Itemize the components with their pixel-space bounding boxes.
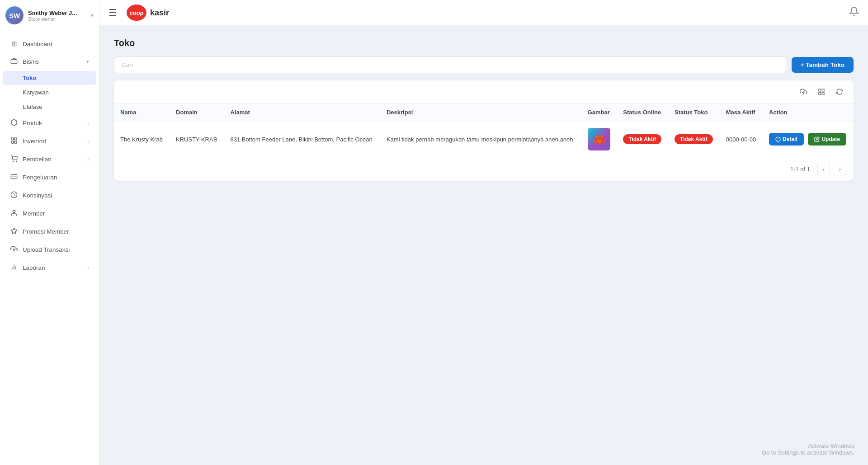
svg-point-10 [13, 210, 15, 212]
svg-rect-0 [11, 60, 17, 64]
table-header-row: Nama Domain Alamat Deskripsi Gambar Stat… [114, 103, 854, 122]
sidebar-item-upload-transaksi[interactable]: Upload Transaksi [3, 241, 96, 258]
svg-text:kasir: kasir [150, 8, 169, 17]
sidebar-item-label: Inventori [23, 138, 46, 145]
chevron-right-icon: › [87, 265, 89, 271]
inventori-icon [10, 137, 18, 146]
detail-button[interactable]: Detail [769, 133, 804, 146]
dashboard-icon: ⊞ [10, 40, 18, 48]
sidebar-item-label: Bisnis [23, 58, 39, 65]
page-title: Toko [114, 38, 854, 48]
search-input[interactable] [114, 56, 786, 73]
topbar: ☰ coop kasir [99, 0, 868, 25]
svg-rect-23 [822, 92, 824, 94]
toko-table: Nama Domain Alamat Deskripsi Gambar Stat… [114, 103, 854, 157]
sidebar: SW Smithy Weber J... Store owner ▾ ⊞ Das… [0, 0, 99, 465]
logo-svg: coop kasir [124, 4, 183, 22]
col-deskripsi: Deskripsi [380, 103, 581, 122]
sidebar-item-label: Promosi Member [23, 228, 69, 235]
bisnis-icon [10, 57, 18, 66]
chevron-down-icon: ▾ [91, 12, 94, 19]
cell-domain: KRUSTY-KRAB [170, 122, 224, 157]
sidebar-item-label: Dashboard [23, 41, 52, 47]
notification-bell-button[interactable] [849, 6, 859, 19]
cell-gambar: 🦀 [581, 122, 617, 157]
cell-alamat: 831 Bottom Feeder Lane, Bikini Bottom, P… [224, 122, 380, 157]
table-toolbar [114, 80, 854, 103]
chevron-right-icon: › [87, 157, 89, 162]
sidebar-item-bisnis[interactable]: Bisnis ▾ [3, 53, 96, 70]
refresh-button[interactable] [833, 85, 846, 99]
konsinyasi-icon [10, 191, 18, 200]
search-bar-row: + Tambah Toko [114, 56, 854, 73]
col-status-online: Status Online [617, 103, 668, 122]
sidebar-item-inventori[interactable]: Inventori › [3, 132, 96, 150]
table-footer: 1-1 of 1 ‹ › [114, 157, 854, 181]
cell-action: Detail Update [763, 122, 854, 157]
sidebar-item-label: Pengeluaran [23, 174, 57, 181]
col-status-toko: Status Toko [668, 103, 720, 122]
table-row: The Krusty Krab KRUSTY-KRAB 831 Bottom F… [114, 122, 854, 157]
chevron-right-icon: › [87, 121, 89, 126]
sidebar-item-pengeluaran[interactable]: Pengeluaran [3, 169, 96, 186]
sidebar-item-label: Member [23, 210, 45, 217]
promosi-icon [10, 227, 18, 236]
sidebar-item-member[interactable]: Member [3, 205, 96, 222]
laporan-icon [10, 263, 18, 272]
sidebar-item-laporan[interactable]: Laporan › [3, 259, 96, 277]
sidebar-item-dashboard[interactable]: ⊞ Dashboard [3, 35, 96, 52]
store-thumbnail: 🦀 [588, 128, 610, 150]
page-content: Toko + Tambah Toko [99, 25, 868, 465]
sidebar-item-toko[interactable]: Toko [3, 71, 96, 85]
sidebar-item-pembelian[interactable]: Pembelian › [3, 150, 96, 168]
chevron-right-icon: › [87, 139, 89, 144]
cell-masa-aktif: 0000-00-00 [720, 122, 763, 157]
svg-rect-1 [11, 138, 14, 140]
svg-rect-21 [822, 89, 824, 91]
member-icon [10, 209, 18, 218]
update-button[interactable]: Update [808, 133, 846, 146]
user-info: Smithy Weber J... Store owner [28, 9, 86, 22]
logo[interactable]: coop kasir [124, 4, 183, 22]
sidebar-item-promosi-member[interactable]: Promosi Member [3, 223, 96, 240]
col-gambar: Gambar [581, 103, 617, 122]
sidebar-item-label: Produk [23, 120, 42, 127]
cell-status-online: Tidak Aktif [617, 122, 668, 157]
upload-icon [10, 245, 18, 254]
grid-view-button[interactable] [815, 85, 828, 99]
pembelian-icon [10, 155, 18, 164]
sidebar-item-etalase[interactable]: Etalase [3, 100, 96, 114]
user-profile-header[interactable]: SW Smithy Weber J... Store owner ▾ [0, 0, 99, 31]
produk-icon [10, 119, 18, 127]
sidebar-item-karyawan[interactable]: Karyawan [3, 85, 96, 99]
cell-status-toko: Tidak Aktif [668, 122, 720, 157]
main-content: ☰ coop kasir Toko + Tam [99, 0, 868, 465]
svg-rect-3 [11, 141, 14, 143]
svg-point-6 [16, 161, 17, 161]
avatar: SW [5, 6, 24, 24]
svg-point-5 [13, 161, 13, 161]
svg-text:🦀: 🦀 [593, 133, 605, 146]
sidebar-item-produk[interactable]: Produk › [3, 114, 96, 132]
sidebar-item-label: Etalase [23, 103, 42, 110]
svg-rect-7 [11, 174, 17, 178]
svg-rect-22 [819, 92, 821, 94]
pagination-info: 1-1 of 1 [790, 166, 810, 173]
pagination-prev-button[interactable]: ‹ [817, 163, 830, 175]
cell-deskripsi: Kami tidak pernah meragukan tamu meskipu… [380, 122, 581, 157]
sidebar-item-konsinyasi[interactable]: Konsinyasi [3, 187, 96, 204]
user-role: Store owner [28, 16, 86, 22]
upload-toolbar-button[interactable] [797, 85, 810, 99]
status-toko-badge: Tidak Aktif [675, 134, 713, 144]
col-action: Action [763, 103, 854, 122]
col-alamat: Alamat [224, 103, 380, 122]
sidebar-item-label: Laporan [23, 264, 45, 271]
user-name: Smithy Weber J... [28, 9, 86, 16]
svg-rect-4 [14, 141, 17, 143]
sidebar-item-label: Konsinyasi [23, 192, 52, 199]
pagination-next-button[interactable]: › [834, 163, 846, 175]
add-toko-button[interactable]: + Tambah Toko [792, 57, 854, 73]
col-domain: Domain [170, 103, 224, 122]
hamburger-menu-button[interactable]: ☰ [108, 7, 117, 18]
pengeluaran-icon [10, 173, 18, 182]
